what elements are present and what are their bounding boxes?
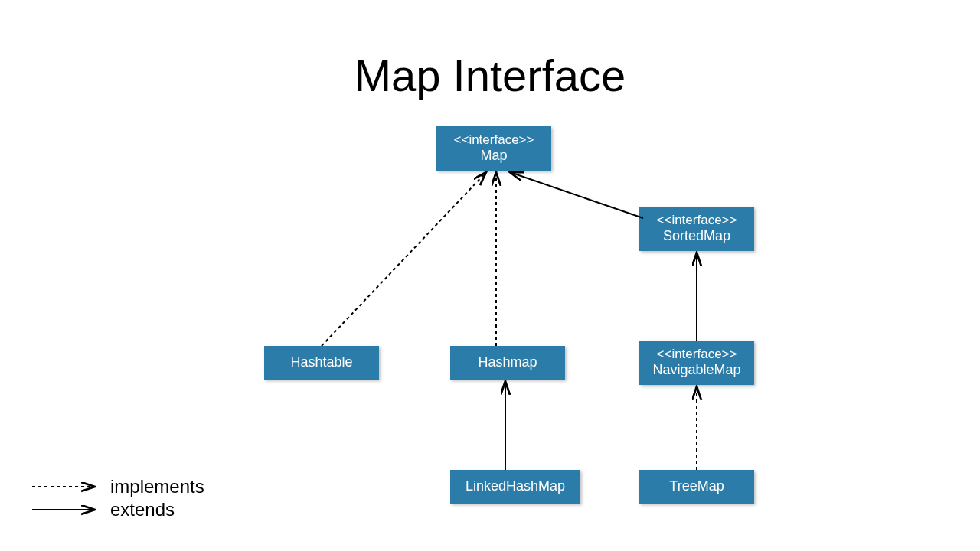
stereotype-label: <<interface>> <box>657 347 737 362</box>
legend-label: implements <box>110 476 204 497</box>
edge-sortedmap-map <box>510 172 643 218</box>
edge-hashtable-map <box>322 172 486 346</box>
node-label: SortedMap <box>663 228 730 245</box>
node-sortedmap: <<interface>> SortedMap <box>639 207 754 251</box>
legend-label: extends <box>110 499 175 520</box>
diagram-title: Map Interface <box>0 50 980 101</box>
legend: implements extends <box>31 474 204 520</box>
node-hashmap: Hashmap <box>450 346 565 380</box>
node-label: Map <box>480 148 507 165</box>
legend-dashed-arrow-icon <box>31 481 100 493</box>
legend-extends: extends <box>31 499 204 520</box>
node-label: LinkedHashMap <box>466 478 565 495</box>
node-map: <<interface>> Map <box>436 126 551 171</box>
node-label: TreeMap <box>669 478 724 495</box>
legend-implements: implements <box>31 476 204 497</box>
node-treemap: TreeMap <box>639 470 754 504</box>
stereotype-label: <<interface>> <box>657 213 737 228</box>
node-label: NavigableMap <box>652 362 740 379</box>
node-label: Hashtable <box>290 354 352 371</box>
node-linkedhashmap: LinkedHashMap <box>450 470 580 504</box>
node-label: Hashmap <box>478 354 537 371</box>
legend-solid-arrow-icon <box>31 504 100 516</box>
node-navigablemap: <<interface>> NavigableMap <box>639 341 754 385</box>
stereotype-label: <<interface>> <box>454 132 534 148</box>
node-hashtable: Hashtable <box>264 346 379 380</box>
